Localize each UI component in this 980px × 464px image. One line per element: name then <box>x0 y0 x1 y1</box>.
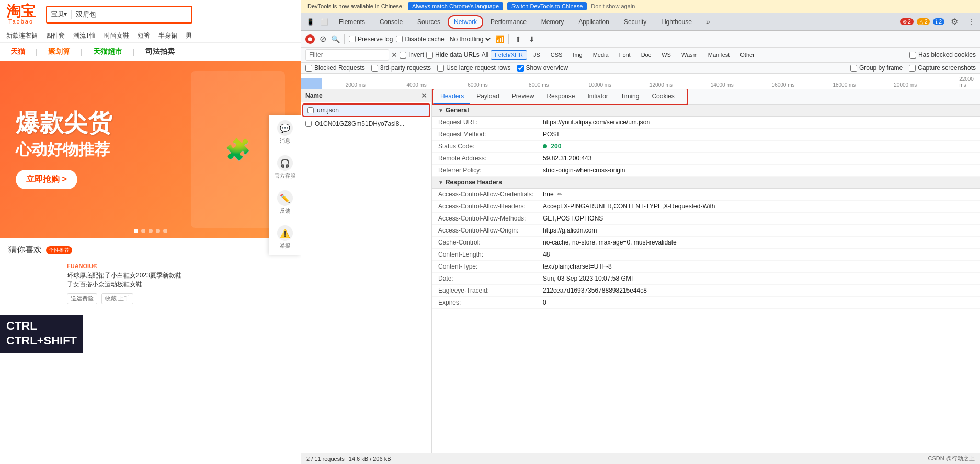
record-button[interactable]: ⏺ <box>305 34 315 44</box>
tab-application[interactable]: Application <box>571 15 617 29</box>
invert-checkbox-label[interactable]: Invert <box>400 51 424 59</box>
banner-dot-3[interactable] <box>149 229 153 233</box>
throttle-select[interactable]: No throttling Slow 3G Fast 3G <box>448 35 492 43</box>
tab-sources[interactable]: Sources <box>410 15 448 29</box>
banner-dot-1[interactable] <box>134 229 138 233</box>
export-button[interactable]: ⬇ <box>527 34 537 44</box>
eagleeye-traceid-row: Eagleeye-Traceid: 212cea7d16937356788898… <box>432 285 980 297</box>
nav-item-tshirt[interactable]: 潮流T恤 <box>73 31 96 40</box>
tab-timing[interactable]: Timing <box>614 89 646 104</box>
filter-wasm[interactable]: Wasm <box>677 50 702 60</box>
import-button[interactable]: ⬆ <box>513 34 523 44</box>
nav-item-skirt[interactable]: 半身裙 <box>158 31 177 40</box>
link-tmall[interactable]: 天猫 <box>10 47 25 56</box>
switch-to-chinese-button[interactable]: Switch DevTools to Chinese <box>507 2 587 10</box>
third-party-requests-label[interactable]: 3rd-party requests <box>371 64 431 72</box>
link-tmall-super[interactable]: 天猫超市 <box>93 47 122 56</box>
tab-security[interactable]: Security <box>617 15 654 29</box>
preserve-log-checkbox-label[interactable]: Preserve log <box>349 36 393 43</box>
tab-network[interactable]: Network <box>448 15 483 29</box>
tab-elements[interactable]: Elements <box>332 15 372 29</box>
tab-payload[interactable]: Payload <box>470 89 505 104</box>
float-feedback-btn[interactable]: ✏️ 反馈 <box>277 190 293 215</box>
capture-screenshots-checkbox[interactable] <box>909 65 916 72</box>
filter-input[interactable] <box>305 49 389 61</box>
banner-cta-button[interactable]: 立即抢购 > <box>16 170 77 189</box>
filter-manifest[interactable]: Manifest <box>704 50 734 60</box>
preserve-log-checkbox[interactable] <box>349 36 356 42</box>
tab-response[interactable]: Response <box>540 89 581 104</box>
invert-checkbox[interactable] <box>400 52 406 59</box>
tab-headers[interactable]: Headers <box>434 89 470 104</box>
group-by-frame-label[interactable]: Group by frame <box>850 64 903 72</box>
match-language-button[interactable]: Always match Chrome's language <box>408 2 503 10</box>
request-item-o1cn[interactable]: O1CN01GZ8Gm51DHyo7asl8... <box>301 118 431 130</box>
link-juhuasuan[interactable]: 聚划算 <box>48 47 70 56</box>
element-panel-icon[interactable]: ⬜ <box>317 16 332 28</box>
show-overview-checkbox[interactable] <box>517 65 524 72</box>
taobao-search-box[interactable]: 宝贝▾ <box>46 6 192 24</box>
request-checkbox-umjson[interactable] <box>307 107 314 113</box>
banner-dot-2[interactable] <box>141 229 145 233</box>
search-category-selector[interactable]: 宝贝▾ <box>47 10 72 19</box>
tab-initiator[interactable]: Initiator <box>581 89 614 104</box>
general-section-header[interactable]: ▼ General <box>432 105 980 117</box>
filter-other[interactable]: Other <box>736 50 759 60</box>
banner-dot-4[interactable] <box>156 229 160 233</box>
hide-data-urls-checkbox[interactable] <box>426 52 433 59</box>
nav-item-clothing[interactable]: 新款连衣裙 <box>6 31 38 40</box>
float-report-btn[interactable]: ⚠️ 举报 <box>277 225 293 250</box>
filter-img[interactable]: Img <box>568 50 586 60</box>
tab-console[interactable]: Console <box>372 15 410 29</box>
tab-more[interactable]: » <box>699 15 717 29</box>
tab-memory[interactable]: Memory <box>534 15 571 29</box>
filter-media[interactable]: Media <box>589 50 613 60</box>
tab-performance[interactable]: Performance <box>483 15 534 29</box>
filter-fetch-xhr[interactable]: Fetch/XHR <box>491 50 527 60</box>
use-large-rows-label[interactable]: Use large request rows <box>437 64 510 72</box>
has-blocked-cookies-checkbox[interactable] <box>909 52 916 59</box>
nav-item-bedding[interactable]: 四件套 <box>46 31 65 40</box>
nav-item-shoes[interactable]: 时尚女鞋 <box>104 31 129 40</box>
hide-data-urls-checkbox-label[interactable]: Hide data URLs <box>426 51 480 59</box>
link-auction[interactable]: 司法拍卖 <box>145 47 175 56</box>
group-by-frame-checkbox[interactable] <box>850 65 857 72</box>
request-item-umjson[interactable]: um.json <box>302 103 430 117</box>
float-message-btn[interactable]: 💬 消息 <box>277 120 293 145</box>
tab-lighthouse[interactable]: Lighthouse <box>654 15 699 29</box>
float-service-btn[interactable]: 🎧 官方客服 <box>275 155 295 180</box>
request-checkbox-o1cn[interactable] <box>305 121 312 127</box>
filter-font[interactable]: Font <box>615 50 635 60</box>
blocked-requests-label[interactable]: Blocked Requests <box>305 64 365 72</box>
disable-cache-checkbox[interactable] <box>396 36 403 42</box>
edit-credentials-icon[interactable]: ✏ <box>557 191 562 198</box>
tab-cookies[interactable]: Cookies <box>645 89 680 104</box>
close-detail-button[interactable]: ✕ <box>421 91 427 100</box>
has-blocked-cookies-label[interactable]: Has blocked cookies <box>909 51 976 59</box>
settings-gear-button[interactable]: ⚙ <box>948 15 961 28</box>
disable-cache-checkbox-label[interactable]: Disable cache <box>396 36 444 43</box>
use-large-rows-checkbox[interactable] <box>437 65 444 72</box>
response-headers-section-header[interactable]: ▼ Response Headers <box>432 177 980 189</box>
search-input[interactable] <box>72 10 191 18</box>
banner-dot-5[interactable] <box>163 229 167 233</box>
filter-css[interactable]: CSS <box>546 50 567 60</box>
filter-doc[interactable]: Doc <box>637 50 656 60</box>
mobile-icon[interactable]: 📱 <box>303 16 317 28</box>
dismiss-banner-button[interactable]: Don't show again <box>591 3 635 9</box>
filter-js[interactable]: JS <box>529 50 544 60</box>
capture-screenshots-label[interactable]: Capture screenshots <box>909 64 976 72</box>
more-options-button[interactable]: ⋮ <box>964 16 978 28</box>
nav-item-shorts[interactable]: 短裤 <box>138 31 150 40</box>
toolbar-divider-2 <box>508 34 509 44</box>
stop-button[interactable]: ⊘ <box>318 34 327 44</box>
tab-preview[interactable]: Preview <box>506 89 541 104</box>
show-overview-label[interactable]: Show overview <box>517 64 568 72</box>
request-name-o1cn: O1CN01GZ8Gm51DHyo7asl8... <box>315 120 427 127</box>
filter-ws[interactable]: WS <box>657 50 675 60</box>
filter-clear-button[interactable]: ✕ <box>391 51 397 59</box>
blocked-requests-checkbox[interactable] <box>305 65 312 72</box>
nav-item-men[interactable]: 男 <box>186 31 192 40</box>
search-network-button[interactable]: 🔍 <box>331 34 340 44</box>
third-party-requests-checkbox[interactable] <box>371 65 378 72</box>
